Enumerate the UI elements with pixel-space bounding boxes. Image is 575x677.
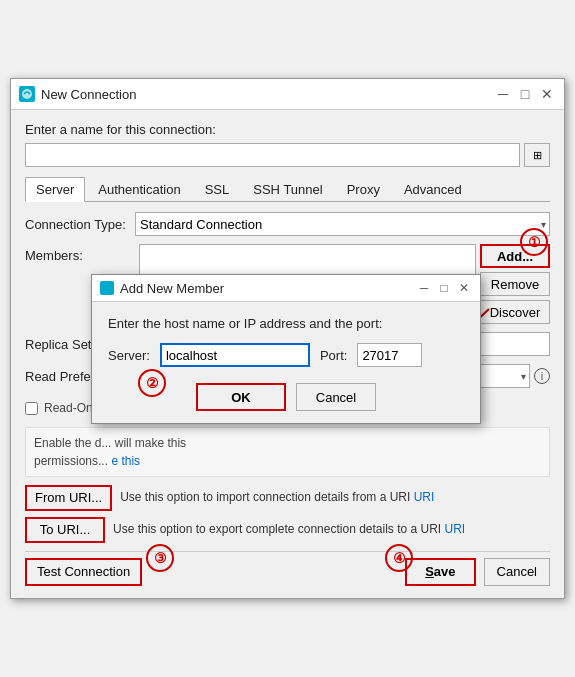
from-uri-row: From URI... Use this option to import co… [25,485,550,511]
dialog-fields: Server: Port: [108,343,464,367]
title-bar: New Connection ─ □ ✕ [11,79,564,110]
to-uri-description: Use this option to export complete conne… [113,517,550,536]
connection-type-wrapper: Standard Connection Replica Set Sharded … [135,212,550,236]
tab-server[interactable]: Server [25,177,85,202]
test-connection-button[interactable]: Test Connection [25,558,142,586]
dialog-maximize-button[interactable]: □ [436,280,452,296]
connection-type-select[interactable]: Standard Connection Replica Set Sharded … [135,212,550,236]
dialog-close-button[interactable]: ✕ [456,280,472,296]
tab-ssh-tunnel[interactable]: SSH Tunnel [242,177,333,201]
server-label: Server: [108,348,150,363]
port-label: Port: [320,348,347,363]
connection-icon [19,86,35,102]
tab-advanced[interactable]: Advanced [393,177,473,201]
dialog-icon [100,281,114,295]
port-input[interactable] [357,343,422,367]
enable-section: Enable the d... will make this permissio… [25,427,550,477]
grid-button[interactable]: ⊞ [524,143,550,167]
to-uri-row: To URI... Use this option to export comp… [25,517,550,543]
title-bar-left: New Connection [19,86,136,102]
close-button[interactable]: ✕ [538,85,556,103]
dialog-title-bar: Add New Member ─ □ ✕ [92,275,480,302]
minimize-button[interactable]: ─ [494,85,512,103]
dialog-controls: ─ □ ✕ [416,280,472,296]
dialog-title-left: Add New Member [100,281,224,296]
footer-right: ④ Save Cancel [405,558,550,586]
dialog-action-row: ② OK Cancel [108,383,464,411]
circle-two: ② [138,369,166,397]
maximize-button[interactable]: □ [516,85,534,103]
name-prompt: Enter a name for this connection: [25,122,550,137]
tab-ssl[interactable]: SSL [194,177,241,201]
dialog-ok-button[interactable]: OK [196,383,286,411]
title-bar-controls: ─ □ ✕ [494,85,556,103]
from-uri-description: Use this option to import connection det… [120,485,550,504]
dialog-minimize-button[interactable]: ─ [416,280,432,296]
add-button[interactable]: Add... [480,244,550,268]
connection-type-row: Connection Type: Standard Connection Rep… [25,212,550,236]
tab-bar: Server Authentication SSL SSH Tunnel Pro… [25,177,550,202]
tab-authentication[interactable]: Authentication [87,177,191,201]
connection-type-label: Connection Type: [25,217,135,232]
dialog-prompt: Enter the host name or IP address and th… [108,316,464,331]
will-make-text: will make this [115,436,186,450]
server-input[interactable] [160,343,310,367]
to-uri-button[interactable]: To URI... [25,517,105,543]
window-title: New Connection [41,87,136,102]
permissions-text: permissions [34,454,98,468]
from-uri-button[interactable]: From URI... [25,485,112,511]
discover-button[interactable]: Discover [480,300,550,324]
add-new-member-dialog: Add New Member ─ □ ✕ Enter the host name… [91,274,481,424]
save-button[interactable]: Save [405,558,475,586]
tab-proxy[interactable]: Proxy [336,177,391,201]
info-icon[interactable]: i [534,368,550,384]
readonly-checkbox[interactable] [25,402,38,415]
connection-name-input[interactable] [25,143,520,167]
main-window: New Connection ─ □ ✕ Enter a name for th… [10,78,565,599]
circle-three: ③ [146,544,174,572]
svg-point-0 [22,89,32,99]
dialog-cancel-button[interactable]: Cancel [296,383,376,411]
enable-text: Enable the d [34,436,101,450]
dialog-content: Enter the host name or IP address and th… [92,302,480,423]
members-buttons: Add... Remove Discover [480,244,550,324]
footer-row: Test Connection ③ ④ Save Cancel [25,551,550,586]
remove-button[interactable]: Remove [480,272,550,296]
dialog-title-text: Add New Member [120,281,224,296]
cancel-button[interactable]: Cancel [484,558,550,586]
name-row: ⊞ [25,143,550,167]
